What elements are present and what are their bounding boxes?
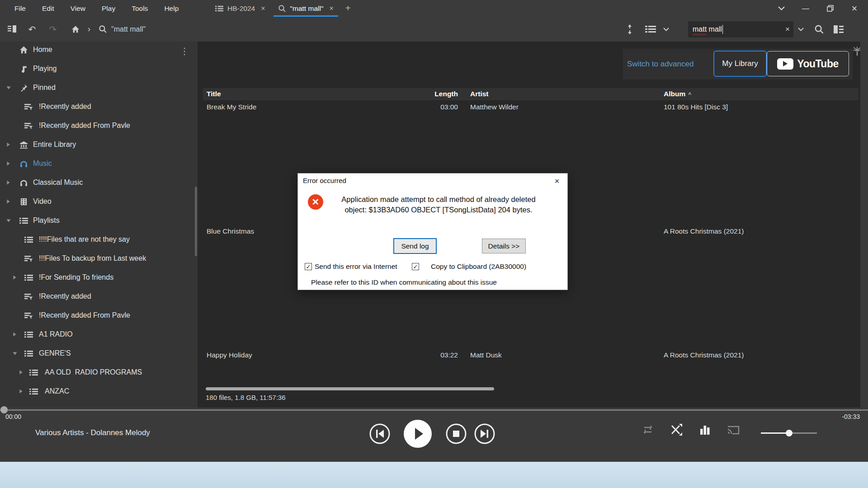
home-breadcrumb-icon[interactable] <box>70 17 81 42</box>
search-options-chevron-icon[interactable] <box>796 17 806 42</box>
track-row-happy-holiday-album[interactable]: A Roots Christmas (2021) <box>664 351 854 359</box>
sidebar-item-a1-radio[interactable]: A1 RADIO <box>0 325 198 344</box>
track-row-happy-holiday-artist[interactable]: Matt Dusk <box>470 351 646 359</box>
search-go-icon[interactable] <box>813 17 826 42</box>
previous-button[interactable] <box>369 423 391 446</box>
panel-layout-icon[interactable] <box>832 17 845 42</box>
equalizer-icon[interactable] <box>698 423 712 436</box>
clear-search-icon[interactable]: × <box>785 25 790 34</box>
sidebar-item-pinned[interactable]: Pinned <box>0 78 198 97</box>
stop-button[interactable] <box>445 423 467 446</box>
track-row-happy-holiday-length[interactable]: 03:22 <box>387 351 458 359</box>
sidebar-item-playlists[interactable]: Playlists <box>0 211 198 230</box>
sidebar-item-home[interactable]: Home <box>0 40 198 59</box>
sidebar-item-label: Playing <box>33 65 57 73</box>
sidebar-item-classical-music[interactable]: Classical Music <box>0 173 198 192</box>
repeat-icon[interactable] <box>641 423 655 436</box>
track-row-break-my-stride-length[interactable]: 03:00 <box>387 103 458 111</box>
switch-to-advanced-link[interactable]: Switch to advanced <box>627 60 693 69</box>
cast-icon[interactable] <box>726 423 740 436</box>
track-row-break-my-stride-album[interactable]: 101 80s Hits [Disc 3] <box>664 103 854 111</box>
expand-caret-icon[interactable] <box>19 389 24 394</box>
menu-edit[interactable]: Edit <box>34 5 62 13</box>
collapse-caret-icon[interactable] <box>6 219 11 223</box>
expand-caret-icon[interactable] <box>6 199 11 204</box>
sidebar-item-aa-old-radio-programs[interactable]: AA OLD RADIO PROGRAMS <box>0 363 198 382</box>
breadcrumb[interactable]: "matt mall" <box>111 17 146 42</box>
tab-hb-2024[interactable]: HB-2024× <box>209 0 272 17</box>
sidebar-item-label: Pinned <box>33 84 56 92</box>
shuffle-icon[interactable] <box>670 423 683 436</box>
sidebar-item-recently-added-from-pavle[interactable]: !Recently added From Pavle <box>0 116 198 135</box>
sidebar-item-video[interactable]: Video <box>0 192 198 211</box>
volume-slider[interactable] <box>761 432 789 434</box>
tab-close-icon[interactable]: × <box>261 5 265 13</box>
sidebar-item-music[interactable]: Music <box>0 154 198 173</box>
restore-button[interactable] <box>820 2 840 15</box>
expand-caret-icon[interactable] <box>19 370 24 375</box>
sidebar-item-genre-s[interactable]: GENRE'S <box>0 344 198 363</box>
expand-caret-icon[interactable] <box>13 332 17 337</box>
sidebar-item-recently-added[interactable]: !Recently added <box>0 287 198 306</box>
track-row-break-my-stride-title[interactable]: Break My Stride <box>207 103 383 111</box>
view-list-icon[interactable] <box>644 17 657 42</box>
menu-play[interactable]: Play <box>94 5 123 13</box>
text-cursor <box>722 25 723 34</box>
column-header-album[interactable]: Album^ <box>664 90 854 98</box>
sidebar-item-files-to-backup-from-last-week[interactable]: !!!Files To backup from Last week <box>0 249 198 268</box>
sidebar-item-playing[interactable]: Playing <box>0 59 198 78</box>
sidebar-item-recently-added-from-pavle[interactable]: !Recently added From Pavle <box>0 306 198 325</box>
close-button[interactable]: × <box>844 2 864 15</box>
collapse-caret-icon[interactable] <box>6 86 11 90</box>
nav-toolbar: ↶ ↷ › "matt mall" matt mall × <box>0 17 868 42</box>
sidebar-item-for-sending-to-friends[interactable]: !For Sending To friends <box>0 268 198 287</box>
window-menu-chevron-icon[interactable] <box>771 2 791 15</box>
expand-caret-icon[interactable] <box>13 275 17 280</box>
expand-caret-icon[interactable] <box>6 161 11 166</box>
track-row-blue-christmas-album[interactable]: A Roots Christmas (2021) <box>664 227 854 235</box>
youtube-button[interactable]: YouTube <box>767 51 849 76</box>
column-header-artist[interactable]: Artist <box>470 90 646 98</box>
undo-icon[interactable]: ↶ <box>25 17 39 42</box>
sidebar-item-recently-added[interactable]: !Recently added <box>0 97 198 116</box>
list-icon <box>29 387 38 396</box>
menu-file[interactable]: File <box>6 5 34 13</box>
tab-close-icon[interactable]: × <box>329 5 333 13</box>
collapse-caret-icon[interactable] <box>13 352 17 356</box>
details-button[interactable]: Details >> <box>482 239 526 253</box>
tab-matt-mall[interactable]: "matt mall"× <box>272 0 340 17</box>
sidebar-item-files-that-are-not-they-say[interactable]: !!!!Files that are not they say <box>0 230 198 249</box>
my-library-button[interactable]: My Library <box>713 51 767 77</box>
send-log-button[interactable]: Send log <box>393 238 437 254</box>
note-icon <box>19 65 28 73</box>
next-button[interactable] <box>474 423 495 446</box>
seek-thumb[interactable] <box>0 406 8 413</box>
minimize-button[interactable]: — <box>796 2 816 15</box>
redo-icon[interactable]: ↷ <box>46 17 60 42</box>
sidebar-toggle-icon[interactable] <box>5 17 19 42</box>
sort-order-icon[interactable] <box>624 17 636 42</box>
copy-clipboard-checkbox[interactable]: ✓ <box>412 263 419 270</box>
now-playing-title[interactable]: Various Artists - Dolannes Melody <box>35 428 150 437</box>
column-header-length[interactable]: Length <box>387 90 458 98</box>
sidebar-item-anzac[interactable]: ANZAC <box>0 382 198 401</box>
dialog-close-icon[interactable]: × <box>551 176 563 186</box>
volume-thumb[interactable] <box>786 430 793 436</box>
new-tab-button[interactable]: + <box>340 0 356 17</box>
view-chevron-icon[interactable] <box>661 17 671 42</box>
expand-caret-icon[interactable] <box>6 180 11 185</box>
send-error-checkbox[interactable]: ✓ <box>305 263 312 270</box>
tracklist-horizontal-scrollbar[interactable] <box>206 387 494 390</box>
search-input[interactable]: matt mall × <box>688 21 793 38</box>
track-row-happy-holiday-title[interactable]: Happy Holiday <box>207 351 383 359</box>
expand-caret-icon[interactable] <box>6 142 11 147</box>
play-button[interactable] <box>403 419 432 450</box>
menu-tools[interactable]: Tools <box>123 5 156 13</box>
track-row-break-my-stride-artist[interactable]: Matthew Wilder <box>470 103 646 111</box>
seek-bar[interactable] <box>0 409 868 411</box>
menu-help[interactable]: Help <box>156 5 187 13</box>
sidebar-item-entire-library[interactable]: Entire Library <box>0 135 198 154</box>
menu-view[interactable]: View <box>62 5 94 13</box>
column-header-title[interactable]: Title <box>207 90 383 98</box>
volume-slider-rest[interactable] <box>789 432 817 434</box>
